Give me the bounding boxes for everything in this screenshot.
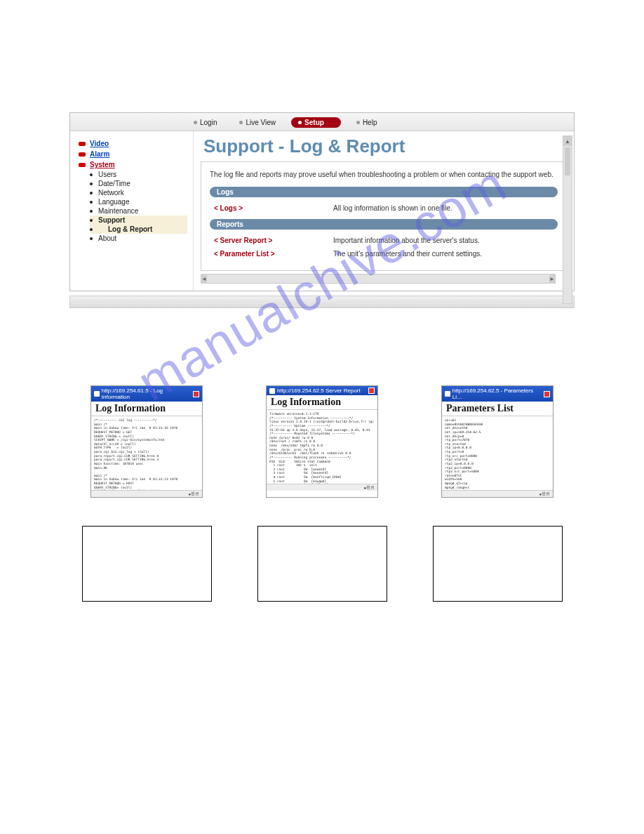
link-server-report[interactable]: < Server Report > — [214, 237, 319, 244]
sidebar-item-datetime[interactable]: Date/Time — [90, 179, 187, 188]
sidebar-video[interactable]: Video — [79, 138, 187, 149]
sidebar-item-users[interactable]: Users — [90, 170, 187, 179]
scroll-thumb[interactable] — [565, 147, 570, 176]
close-icon[interactable] — [544, 391, 550, 397]
empty-box — [257, 526, 387, 602]
thumb-heading: Log Information — [267, 395, 377, 410]
sidebar-item-network[interactable]: Network — [90, 188, 187, 197]
empty-box — [433, 526, 563, 602]
tab-setup-label: Setup — [304, 119, 324, 126]
thumb-heading: Log Information — [91, 402, 202, 416]
content-pane: Support - Log & Report The log file and … — [194, 131, 574, 291]
desc-logs: All log information is shown in one file… — [333, 204, 554, 212]
sidebar-item-maintenance[interactable]: Maintenance — [90, 206, 187, 216]
ie-icon — [94, 391, 100, 397]
ie-icon — [445, 391, 450, 397]
vertical-scrollbar[interactable]: ▲ — [563, 135, 572, 304]
sidebar-alarm[interactable]: Alarm — [79, 149, 187, 159]
desc-parameter-list: The unit's parameters and their current … — [333, 250, 554, 258]
empty-box — [82, 526, 212, 602]
thumb-status: ● 완료 — [442, 490, 553, 497]
thumb-body: /*---------- CGI log ----------*/ main /… — [91, 416, 202, 490]
tab-help-label: Help — [363, 119, 377, 126]
thumb-titlebar: http://169.254.62.5 - Parameters Li… — [442, 386, 553, 402]
tab-live-view-label: Live View — [246, 119, 276, 126]
sidebar-item-about[interactable]: About — [90, 234, 187, 243]
tab-login-label: Login — [200, 119, 217, 126]
intro-text: The log file and reports may prove usefu… — [210, 169, 558, 180]
scroll-up-icon[interactable]: ▲ — [563, 136, 572, 146]
ie-icon — [269, 388, 275, 394]
link-parameter-list[interactable]: < Parameter List > — [214, 250, 319, 258]
bullet-icon — [79, 163, 86, 167]
thumb-titlebar: http://169.254.62.5 Server Report — [267, 386, 377, 395]
app-window: Login Live View Setup Help Video Alarm S… — [69, 112, 575, 291]
thumbnail-row: http://169.254.61.5 - Log Information Lo… — [69, 385, 575, 498]
section-reports: Reports — [210, 219, 558, 230]
sidebar-item-language[interactable]: Language — [90, 197, 187, 206]
close-icon[interactable] — [368, 388, 375, 394]
scroll-left-icon[interactable]: ◄ — [201, 274, 207, 284]
horizontal-scrollbar[interactable]: ◄ ► — [201, 274, 556, 284]
thumb-server-report: http://169.254.62.5 Server Report Log In… — [266, 385, 378, 498]
sidebar: Video Alarm System Users Date/Time Netwo… — [70, 131, 194, 291]
link-logs[interactable]: < Logs > — [214, 204, 319, 212]
scroll-right-icon[interactable]: ► — [549, 274, 555, 284]
thumb-log-info: http://169.254.61.5 - Log Information Lo… — [90, 385, 203, 498]
thumb-parameters: http://169.254.62.5 - Parameters Li… Par… — [441, 385, 554, 498]
thumb-status: ● 완료 — [267, 484, 377, 491]
thumb-titlebar: http://169.254.61.5 - Log Information — [91, 386, 202, 402]
sidebar-system[interactable]: System — [79, 159, 187, 170]
tab-help[interactable]: Help — [349, 117, 384, 128]
top-tabbar: Login Live View Setup Help — [70, 113, 574, 131]
page-title: Support - Log & Report — [203, 135, 567, 157]
desc-server-report: Important information about the server's… — [333, 237, 554, 244]
tab-live-view[interactable]: Live View — [232, 117, 283, 128]
footer-bar — [69, 296, 575, 308]
close-icon[interactable] — [193, 391, 199, 397]
sidebar-item-support[interactable]: Support — [90, 216, 187, 225]
content-box: The log file and reports may prove usefu… — [201, 161, 567, 271]
section-logs: Logs — [210, 187, 558, 197]
tab-setup[interactable]: Setup — [291, 117, 341, 128]
sidebar-item-log-report[interactable]: Log & Report — [90, 225, 187, 234]
bullet-icon — [79, 142, 86, 146]
thumb-heading: Parameters List — [442, 402, 553, 416]
tab-login[interactable]: Login — [187, 117, 224, 128]
thumb-body: ver=61 name=NVS0070B003F030 net_dev=eth0… — [442, 416, 553, 490]
thumb-body: firmware version=4.1.1-279 /*---------- … — [267, 410, 377, 484]
bullet-icon — [79, 152, 86, 157]
thumb-status: ● 완료 — [91, 490, 202, 497]
empty-box-row — [69, 526, 575, 602]
